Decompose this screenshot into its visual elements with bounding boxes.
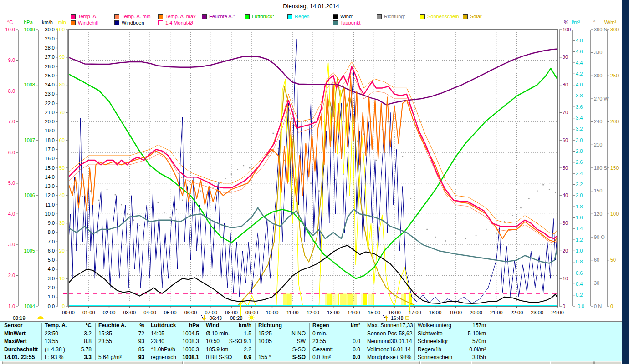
axis-tick-label: 19.0 <box>45 128 55 133</box>
table-data-row: regnerisch1008.1 <box>148 354 201 362</box>
table-data-row: 0 Bft S-SO0.9 <box>204 354 254 362</box>
axis-tick-label: 1008 <box>24 82 35 87</box>
axis-tick-label: 8.0 <box>48 229 55 235</box>
axis-tick-label: 26.0 <box>45 64 55 69</box>
axis-tick-label: 150 <box>610 165 619 171</box>
axis-tick-label: 0.0 <box>48 303 55 309</box>
axis-tick-label: 7.0 <box>48 239 55 244</box>
table-cell: Ø 10 min. <box>206 330 230 338</box>
table-separator <box>95 323 96 360</box>
table-col-sensor: SensorMinWertMaxWertDurchschnitt14.01. 2… <box>2 322 41 362</box>
axis-tick-label: 24.0 <box>45 82 55 87</box>
axis-tick-label: 14.0 <box>45 174 55 180</box>
sunrise-time-label: 08:28 <box>230 315 243 321</box>
axis-tick-label: 50 <box>610 257 616 263</box>
axis-unit-label: % <box>564 20 568 25</box>
axis-unit-label: l/m² <box>572 20 580 25</box>
x-tick-label: 03:00 <box>123 310 136 315</box>
x-tick-label: 19:00 <box>449 310 462 315</box>
table-cell: N-NO <box>291 330 306 338</box>
axis-tick-label: 5.0 <box>8 180 15 186</box>
table-data-row: (+ 4.38 )5.78 <box>42 346 94 354</box>
table-data-row: 13:558.8 <box>42 338 94 346</box>
table-cell: hPa <box>189 322 199 330</box>
direction-dot <box>549 189 550 190</box>
axis-tick-label: 3.0 <box>8 242 15 247</box>
table-data-row: 23:503.2 <box>42 330 94 338</box>
axis-tick-label: 90 <box>59 54 65 60</box>
axis-tick-label: 30.0 <box>45 27 55 32</box>
series-wind <box>68 245 557 303</box>
direction-dot <box>426 229 428 230</box>
table-cell: 1008.3 <box>182 338 199 346</box>
table-cell: 0.0 <box>353 354 360 362</box>
x-tick-label: 18:00 <box>429 310 442 315</box>
table-astro-row: Neumond30.01.14 <box>365 338 413 346</box>
table-cell: MinWert <box>4 330 26 338</box>
direction-dot <box>496 233 497 234</box>
table-header-row: Richtung <box>256 322 308 330</box>
table-cell: Regen <box>312 322 329 330</box>
table-cell: Richtung <box>258 322 282 330</box>
table-cell: 155 ° <box>258 354 271 362</box>
table-cell: 0.9 <box>244 354 251 362</box>
table-cell: Vollmond <box>367 346 389 354</box>
axis-tick-label: 6.0 <box>48 248 55 253</box>
axis-tick-label: 3.2 <box>576 126 583 131</box>
direction-dot <box>127 213 128 215</box>
direction-dot <box>200 190 202 192</box>
table-cell: 0 Bft S-SO <box>206 354 232 362</box>
direction-dot <box>394 136 395 138</box>
table-cell: Temp. A. <box>45 322 67 330</box>
axis-tick-label: 4.0 <box>48 266 55 272</box>
axis-tick-label: 4.0 <box>8 211 15 217</box>
axis-tick-label: 240 <box>594 119 602 124</box>
table-cell: Gesamt: <box>312 346 333 354</box>
table-data-row: 23:401008.3 <box>148 338 201 346</box>
x-tick-label: 20:00 <box>470 310 482 315</box>
direction-dot <box>213 187 214 188</box>
table-cell: 72 <box>138 330 144 338</box>
x-tick-label: 24:00 <box>551 310 564 315</box>
axis-tick-label: 4.4 <box>576 60 583 66</box>
table-cell: 1.5 <box>244 330 251 338</box>
table-cell: Max. Sonnen <box>367 322 399 330</box>
axis-tick-label: 0 N <box>594 303 602 309</box>
x-tick-label: 00:00 <box>62 310 75 315</box>
table-cell: S-SO 9.1 <box>229 338 251 346</box>
axis-tick-label: 12.0 <box>45 192 55 198</box>
axis-tick-label: 1.2 <box>576 237 583 243</box>
axis-tick-label: 3.0 <box>48 276 55 281</box>
table-data-row: 10:50S-SO 9.1 <box>204 338 254 346</box>
table-cell: Sichtweite <box>418 330 443 338</box>
weather-chart[interactable]: 10.09.08.07.06.05.04.03.02.01.0°C1009100… <box>0 0 622 321</box>
axis-unit-label: km/h <box>42 20 53 25</box>
table-cell: Sonnenschein <box>418 354 452 362</box>
axis-tick-label: 29.0 <box>45 36 55 41</box>
table-cell: -58,623° <box>397 330 413 338</box>
table-data-row: 85 <box>96 346 147 354</box>
axis-tick-label: 2.0 <box>8 273 15 278</box>
table-astro-row: Max. Sonnen17,339° <box>365 322 413 330</box>
axis-tick-label: 16.0 <box>45 156 55 161</box>
table-cell: SW <box>297 338 306 346</box>
sunset-time-label: 16:48 <box>391 315 404 321</box>
axis-tick-label: 7.0 <box>8 119 15 124</box>
axis-tick-label: 4.8 <box>576 38 583 43</box>
x-tick-label: 09:00 <box>245 310 258 315</box>
axis-tick-label: 180 S <box>594 165 607 171</box>
direction-dot <box>249 167 251 169</box>
direction-dot <box>376 160 377 161</box>
table-cell: Mondphase <box>367 354 396 362</box>
table-separator <box>148 323 148 360</box>
table-cell: Feuchte A. <box>98 322 126 330</box>
status-segment <box>472 361 550 364</box>
axis-tick-label: 100 <box>610 211 619 217</box>
table-cell: °C <box>86 322 92 330</box>
direction-dot <box>121 204 122 206</box>
axis-tick-label: 0.4 <box>576 281 583 287</box>
x-tick-label: 13:00 <box>327 310 340 315</box>
axis-tick-label: 3.6 <box>576 104 583 110</box>
direction-dot <box>402 156 404 157</box>
axis-tick-label: 6.0 <box>8 150 15 155</box>
